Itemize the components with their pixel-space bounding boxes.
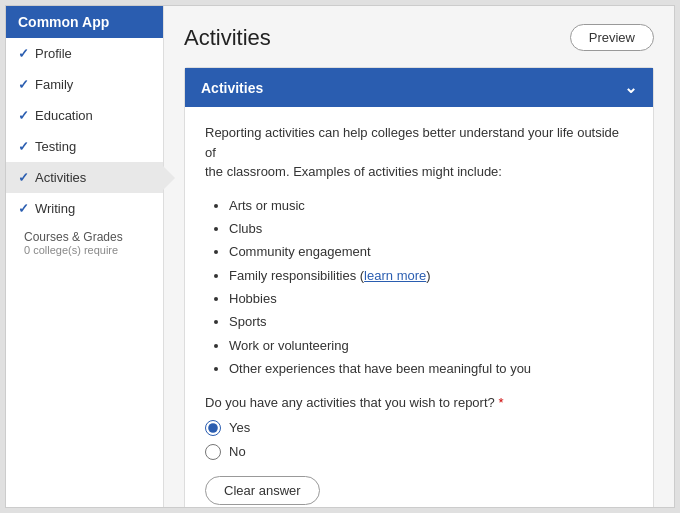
list-item: Hobbies	[229, 287, 633, 310]
radio-no-input[interactable]	[205, 444, 221, 460]
main-content: Activities Preview Activities ⌄ Reportin…	[164, 6, 674, 507]
radio-yes-input[interactable]	[205, 420, 221, 436]
check-icon-activities: ✓	[18, 170, 29, 185]
sidebar-item-testing[interactable]: ✓ Testing	[6, 131, 163, 162]
sidebar-label-education: Education	[35, 108, 93, 123]
list-item: Arts or music	[229, 194, 633, 217]
sidebar-label-activities: Activities	[35, 170, 86, 185]
required-star: *	[498, 395, 503, 410]
courses-count: 0 college(s) require	[24, 244, 151, 256]
learn-more-link[interactable]: learn more	[364, 268, 426, 283]
check-icon-writing: ✓	[18, 201, 29, 216]
list-item: Clubs	[229, 217, 633, 240]
sidebar-header: Common App	[6, 6, 163, 38]
radio-yes-option[interactable]: Yes	[205, 420, 633, 436]
check-icon-testing: ✓	[18, 139, 29, 154]
list-item: Sports	[229, 310, 633, 333]
courses-label: Courses & Grades	[24, 230, 151, 244]
sidebar-item-activities[interactable]: ✓ Activities	[6, 162, 163, 193]
question-label: Do you have any activities that you wish…	[205, 395, 633, 410]
sidebar-label-testing: Testing	[35, 139, 76, 154]
intro-text: Reporting activities can help colleges b…	[205, 123, 633, 182]
sidebar-item-writing[interactable]: ✓ Writing	[6, 193, 163, 224]
sidebar-item-profile[interactable]: ✓ Profile	[6, 38, 163, 69]
clear-answer-button[interactable]: Clear answer	[205, 476, 320, 505]
list-item-family: Family responsibilities (learn more)	[229, 264, 633, 287]
card-header: Activities ⌄	[185, 68, 653, 107]
radio-group: Yes No	[205, 420, 633, 460]
check-icon-education: ✓	[18, 108, 29, 123]
list-item: Other experiences that have been meaning…	[229, 357, 633, 380]
radio-no-label: No	[229, 444, 246, 459]
radio-yes-label: Yes	[229, 420, 250, 435]
sidebar-item-family[interactable]: ✓ Family	[6, 69, 163, 100]
card-header-label: Activities	[201, 80, 263, 96]
sidebar: Common App ✓ Profile ✓ Family ✓ Educatio…	[6, 6, 164, 507]
list-item: Community engagement	[229, 240, 633, 263]
activities-card: Activities ⌄ Reporting activities can he…	[184, 67, 654, 507]
sidebar-sub-courses: Courses & Grades 0 college(s) require	[6, 224, 163, 262]
page-header: Activities Preview	[184, 24, 654, 51]
check-icon-profile: ✓	[18, 46, 29, 61]
sidebar-item-education[interactable]: ✓ Education	[6, 100, 163, 131]
check-icon-family: ✓	[18, 77, 29, 92]
sidebar-label-family: Family	[35, 77, 73, 92]
list-item: Work or volunteering	[229, 334, 633, 357]
chevron-down-icon[interactable]: ⌄	[624, 78, 637, 97]
page-title: Activities	[184, 25, 271, 51]
activities-list: Arts or music Clubs Community engagement…	[205, 194, 633, 381]
card-body: Reporting activities can help colleges b…	[185, 107, 653, 507]
radio-no-option[interactable]: No	[205, 444, 633, 460]
preview-button[interactable]: Preview	[570, 24, 654, 51]
sidebar-label-profile: Profile	[35, 46, 72, 61]
sidebar-label-writing: Writing	[35, 201, 75, 216]
